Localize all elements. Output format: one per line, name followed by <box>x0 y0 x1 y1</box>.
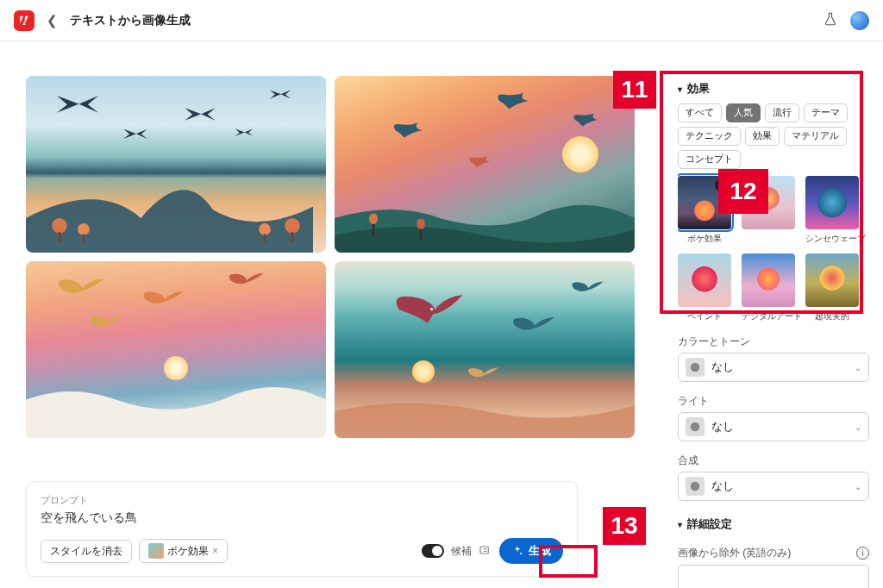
sparkle-icon <box>511 545 523 557</box>
app-header: ❮ テキストから画像生成 <box>0 0 883 41</box>
selector-thumb-icon <box>686 417 705 436</box>
svg-point-4 <box>285 218 300 234</box>
svg-point-11 <box>416 219 425 230</box>
selector-thumb-icon <box>686 477 705 496</box>
svg-point-9 <box>369 214 378 225</box>
svg-rect-1 <box>59 232 61 242</box>
result-image[interactable] <box>335 76 635 253</box>
composition-label: 合成 <box>678 454 869 468</box>
chevron-down-icon: ⌄ <box>855 482 861 491</box>
results-grid <box>26 76 678 438</box>
style-thumb-icon <box>148 543 164 559</box>
svg-point-12 <box>430 308 433 310</box>
svg-point-15 <box>691 422 700 432</box>
chevron-down-icon: ⌄ <box>855 363 861 372</box>
svg-rect-3 <box>83 234 85 242</box>
clear-style-button[interactable]: スタイルを消去 <box>41 540 132 563</box>
svg-rect-13 <box>480 547 488 554</box>
globe-icon[interactable] <box>850 11 869 30</box>
prompt-panel: プロンプト 空を飛んでいる鳥 スタイルを消去 ボケ効果 × 候補 生成 <box>26 481 578 577</box>
svg-rect-5 <box>291 232 294 242</box>
composition-select[interactable]: なし ⌄ <box>678 472 869 501</box>
chevron-down-icon: ⌄ <box>855 422 861 432</box>
beaker-icon[interactable] <box>823 11 838 30</box>
result-image[interactable] <box>26 261 326 438</box>
svg-point-6 <box>259 223 271 235</box>
svg-point-16 <box>691 482 700 491</box>
prompt-settings-icon[interactable] <box>479 543 492 560</box>
svg-point-0 <box>52 218 67 234</box>
callout-11: 11 <box>613 71 656 109</box>
svg-point-14 <box>691 363 700 372</box>
prompt-text[interactable]: 空を飛んでいる鳥 <box>41 510 563 526</box>
prompt-label: プロンプト <box>41 494 563 507</box>
callout-13-box <box>539 545 598 578</box>
callout-13: 13 <box>603 507 646 545</box>
exclude-label: 画像から除外 (英語のみ) <box>678 546 791 560</box>
exclude-input[interactable] <box>678 565 869 588</box>
advanced-section-header[interactable]: ▾ 詳細設定 <box>678 516 869 532</box>
result-image[interactable] <box>335 261 635 438</box>
lighting-label: ライト <box>678 394 869 409</box>
svg-point-2 <box>78 223 90 235</box>
svg-rect-7 <box>264 234 266 242</box>
style-chip-bokeh[interactable]: ボケ効果 × <box>139 539 228 563</box>
remove-style-icon[interactable]: × <box>212 545 218 557</box>
color-tone-select[interactable]: なし ⌄ <box>678 353 869 382</box>
chevron-down-icon: ▾ <box>678 520 682 529</box>
selector-thumb-icon <box>686 358 705 377</box>
info-icon[interactable]: i <box>856 547 869 560</box>
page-title: テキストから画像生成 <box>70 13 191 28</box>
lighting-select[interactable]: なし ⌄ <box>678 412 869 441</box>
back-button[interactable]: ❮ <box>47 13 58 28</box>
result-image[interactable] <box>26 76 326 253</box>
suggestions-label: 候補 <box>451 544 472 559</box>
suggestions-toggle[interactable] <box>422 544 444 558</box>
callout-12: 12 <box>718 169 768 214</box>
color-tone-label: カラーとトーン <box>678 335 869 349</box>
adobe-logo-icon <box>14 10 34 31</box>
